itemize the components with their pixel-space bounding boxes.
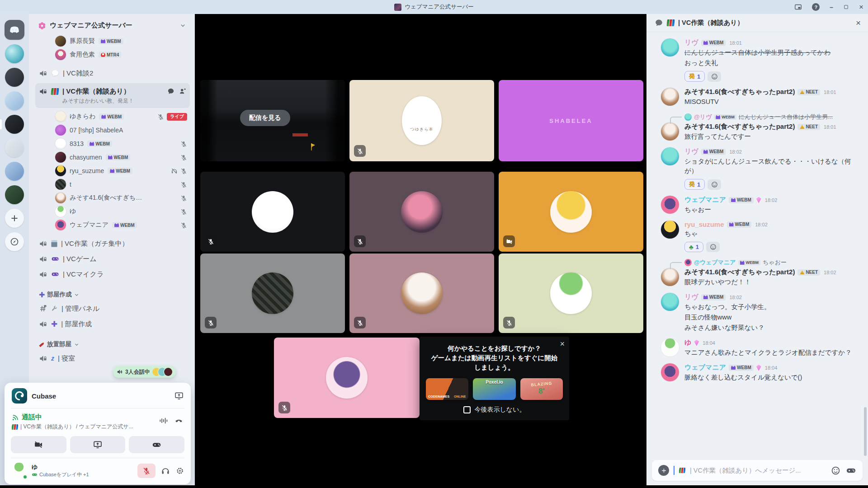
close-icon[interactable]: × <box>560 339 565 349</box>
maximize-button[interactable] <box>843 4 849 10</box>
game-card[interactable]: Poxel.io <box>473 378 515 400</box>
open-chat-icon[interactable] <box>167 88 175 95</box>
author-name[interactable]: リヴ <box>684 38 698 47</box>
server-icon[interactable] <box>0 230 29 253</box>
channel-shinshitsu[interactable]: z | 寝室 <box>35 351 190 366</box>
invite-member-icon[interactable] <box>179 88 186 95</box>
game-card[interactable]: BLAZING 8' <box>520 378 563 400</box>
user-avatar[interactable] <box>11 463 27 479</box>
dont-show-again-checkbox[interactable] <box>463 406 471 413</box>
call-participants-pill[interactable]: 3人会話中 <box>113 366 176 378</box>
activities-button[interactable] <box>129 436 184 453</box>
channel-vc-zatsudan2[interactable]: | VC雑談2 <box>35 66 190 80</box>
avatar[interactable] <box>661 338 679 357</box>
channel-kanri-panel[interactable]: | 管理パネル <box>35 301 190 316</box>
avatar[interactable] <box>661 88 679 106</box>
channel-vc-sagyou-zatsudan-selected[interactable]: | VC作業（雑談あり） みそすはかわいい教、発足！ <box>35 83 190 108</box>
server-icon[interactable] <box>0 42 29 66</box>
voice-member-row[interactable]: ryu_suzume WEBM <box>35 164 190 178</box>
participant-tile[interactable]: つゆきら本 <box>349 80 494 161</box>
close-button[interactable]: × <box>859 3 863 12</box>
author-name[interactable]: ウェブマニア <box>684 363 726 372</box>
author-name[interactable]: みそす41.6(食べすぎちゃったpart2) <box>684 268 795 277</box>
reply-author[interactable]: @リヴ <box>694 113 712 121</box>
participant-tile[interactable] <box>499 172 643 252</box>
server-icon[interactable] <box>0 66 29 89</box>
reply-context[interactable]: @ウェブマニア WEBM ちゃおー <box>661 258 860 267</box>
category-heya-sakusei[interactable]: ✚ 部屋作成 <box>35 289 190 300</box>
avatar[interactable] <box>661 122 679 141</box>
author-name[interactable]: ryu_suzume <box>684 221 724 228</box>
author-name[interactable]: ゆ <box>684 338 691 347</box>
category-houchi-beya[interactable]: 放置部屋 <box>35 338 190 350</box>
activities-icon[interactable] <box>846 465 856 476</box>
voice-member-row[interactable]: ウェブマニア WEBM <box>35 218 190 232</box>
participant-tile[interactable]: SHABELEA <box>499 80 643 161</box>
add-reaction-button[interactable] <box>708 71 721 82</box>
reaction-pill[interactable]: 発 1 <box>684 71 705 82</box>
close-icon[interactable]: × <box>856 18 861 28</box>
avatar[interactable] <box>661 293 679 311</box>
voice-member-row[interactable]: t <box>35 178 190 191</box>
participant-tile[interactable] <box>349 253 494 333</box>
avatar[interactable] <box>661 363 679 381</box>
screenshare-button[interactable] <box>70 436 126 453</box>
reply-context[interactable]: @リヴ WEBM にんじんジュース自体は小学生男... <box>661 113 860 122</box>
avatar[interactable] <box>661 221 679 239</box>
camera-toggle-button[interactable] <box>11 436 66 453</box>
watch-stream-button[interactable]: 配信を見る <box>240 110 290 126</box>
share-activity-icon[interactable] <box>175 391 184 400</box>
participant-tile[interactable] <box>274 338 420 418</box>
server-icon[interactable] <box>0 160 29 183</box>
minimize-button[interactable]: – <box>830 4 833 11</box>
avatar[interactable] <box>661 268 679 286</box>
mic-mute-button[interactable] <box>137 464 156 478</box>
help-button[interactable]: ? <box>812 3 820 11</box>
author-name[interactable]: ウェブマニア <box>684 196 726 204</box>
voice-member-row[interactable]: 8313 WEBM <box>35 137 190 150</box>
pip-icon[interactable] <box>794 3 802 11</box>
settings-gear-icon[interactable] <box>175 466 184 475</box>
voice-member-row[interactable]: みそす41.6(食べすぎちゃったpart2) <box>35 191 190 205</box>
avatar[interactable] <box>661 147 679 165</box>
participant-tile[interactable] <box>200 172 345 252</box>
avatar[interactable] <box>661 196 679 214</box>
reaction-pill[interactable]: ♣ 1 <box>684 242 703 252</box>
voice-member-row[interactable]: 豚原長賢 WEBM <box>35 34 190 48</box>
participant-tile[interactable] <box>499 253 643 333</box>
chat-scrollbar[interactable] <box>864 407 867 456</box>
voice-member-row[interactable]: chasyumen WEBM <box>35 150 190 164</box>
participant-tile[interactable] <box>349 172 494 252</box>
reaction-pill[interactable]: 発 1 <box>684 179 705 190</box>
voice-member-row[interactable]: 07 [!shp] ShabeleA <box>35 123 190 137</box>
server-header[interactable]: ウェブマニア公式サーバー <box>35 20 190 34</box>
author-name[interactable]: みそす41.6(食べすぎちゃったpart2) <box>684 122 795 131</box>
voice-member-row[interactable]: 食用色素 MTR4 <box>35 48 190 61</box>
author-name[interactable]: リヴ <box>684 147 698 156</box>
call-channel-path[interactable]: | VC作業（雑談あり） / ウェブマニア公式サ... <box>20 423 133 431</box>
voice-activity-icon[interactable] <box>159 416 168 425</box>
message-list[interactable]: リヴ WEBM 18:01 にんじんジュース自体は小学生男子感あってかわ おっと… <box>646 33 868 455</box>
chevron-down-icon[interactable] <box>179 22 186 29</box>
deafen-button[interactable] <box>161 466 170 475</box>
message-input[interactable]: | VC作業（雑談あり）へメッセージ... <box>652 460 863 481</box>
server-icon[interactable] <box>0 89 29 113</box>
server-icon[interactable] <box>0 183 29 206</box>
voice-member-row[interactable]: ゆ <box>35 205 190 218</box>
game-card[interactable]: CODENAMES ONLINE <box>426 378 468 400</box>
server-icon[interactable] <box>0 136 29 160</box>
avatar[interactable] <box>661 38 679 56</box>
add-reaction-button[interactable] <box>706 242 720 252</box>
author-name[interactable]: リヴ <box>684 293 698 301</box>
stream-tile[interactable]: 配信を見る <box>200 80 345 161</box>
attach-plus-icon[interactable] <box>658 465 669 476</box>
server-icon[interactable] <box>0 113 29 136</box>
channel-vc-game[interactable]: | VCゲーム <box>35 252 190 266</box>
voice-member-row[interactable]: ゆきらわ WEBM ライブ <box>35 110 190 123</box>
channel-heya-sakusei[interactable]: ✚ | 部屋作成 <box>35 317 190 331</box>
reply-author[interactable]: @ウェブマニア <box>694 258 736 267</box>
author-name[interactable]: みそす41.6(食べすぎちゃったpart2) <box>684 88 795 96</box>
add-reaction-button[interactable] <box>708 179 721 190</box>
participant-tile[interactable] <box>200 253 345 333</box>
channel-vc-gachi[interactable]: | VC作業（ガチ集中） <box>35 236 190 251</box>
